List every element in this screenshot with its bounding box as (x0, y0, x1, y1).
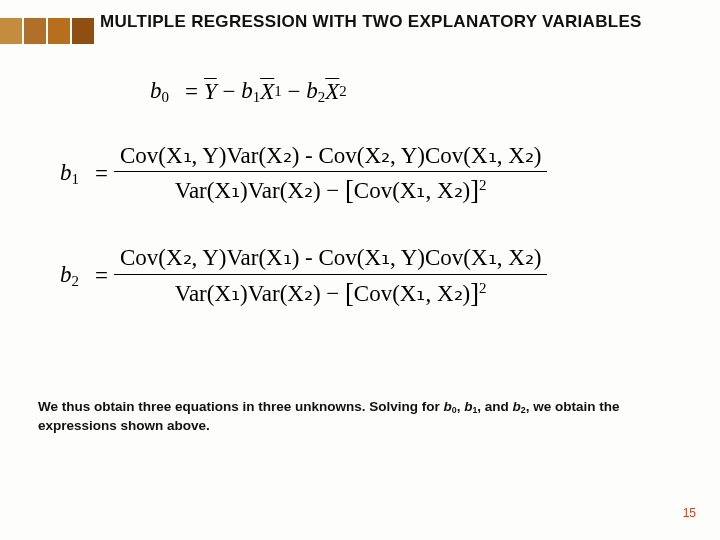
title-decoration (0, 18, 96, 44)
page-number: 15 (683, 506, 696, 520)
equation-b0: b0 = Y − b1 X1 − b2 X2 (150, 78, 680, 106)
deco-block (0, 18, 22, 44)
deco-block (72, 18, 94, 44)
deco-block (48, 18, 70, 44)
eq1-denominator: Var(X₁)Var(X₂) − [Cov(X₁, X₂)]2 (169, 172, 493, 208)
eq2-numerator: Cov(X₂, Y)Var(X₁) - Cov(X₁, Y)Cov(X₁, X₂… (114, 242, 547, 274)
equation-b2: b2 = Cov(X₂, Y)Var(X₁) - Cov(X₁, Y)Cov(X… (60, 242, 680, 310)
caption-text: We thus obtain three equations in three … (38, 398, 680, 435)
deco-block (24, 18, 46, 44)
eq1-numerator: Cov(X₁, Y)Var(X₂) - Cov(X₂, Y)Cov(X₁, X₂… (114, 140, 547, 172)
page-title: MULTIPLE REGRESSION WITH TWO EXPLANATORY… (100, 12, 700, 32)
eq2-denominator: Var(X₁)Var(X₂) − [Cov(X₁, X₂)]2 (169, 275, 493, 311)
formula-block: b0 = Y − b1 X1 − b2 X2 b1 = Cov(X₁, Y)Va… (60, 60, 680, 344)
equation-b1: b1 = Cov(X₁, Y)Var(X₂) - Cov(X₂, Y)Cov(X… (60, 140, 680, 208)
